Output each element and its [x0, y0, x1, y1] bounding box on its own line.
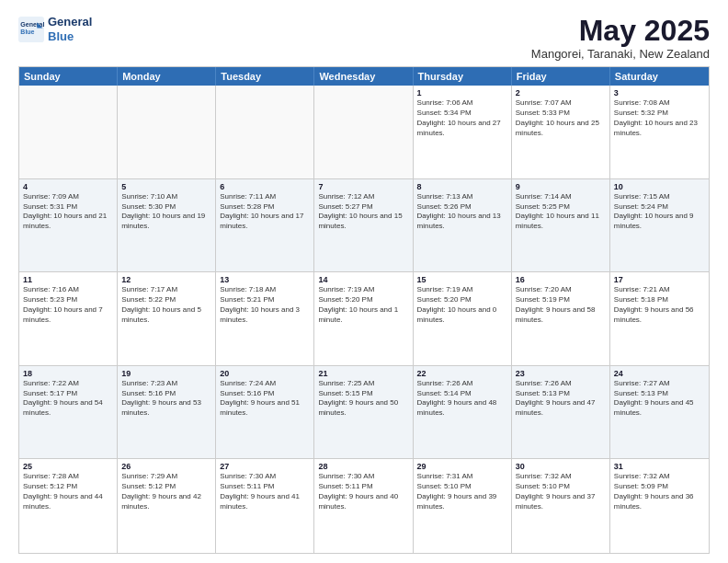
- day-number: 13: [220, 275, 310, 284]
- day-number: 18: [23, 369, 113, 378]
- cell-info: Sunrise: 7:31 AMSunset: 5:10 PMDaylight:…: [417, 472, 507, 511]
- day-number: 20: [220, 369, 310, 378]
- svg-text:Blue: Blue: [20, 29, 34, 35]
- cell-info: Sunrise: 7:15 AMSunset: 5:24 PMDaylight:…: [614, 192, 705, 232]
- header-day-friday: Friday: [512, 67, 610, 86]
- day-cell-19: 19Sunrise: 7:23 AMSunset: 5:16 PMDayligh…: [118, 366, 216, 459]
- day-number: 29: [417, 462, 507, 471]
- cell-info: Sunrise: 7:25 AMSunset: 5:15 PMDaylight:…: [318, 379, 408, 419]
- day-cell-31: 31Sunrise: 7:32 AMSunset: 5:09 PMDayligh…: [610, 459, 709, 553]
- day-number: 1: [417, 88, 507, 98]
- cell-info: Sunrise: 7:30 AMSunset: 5:11 PMDaylight:…: [318, 472, 408, 511]
- day-number: 17: [614, 275, 705, 284]
- page: General Blue General Blue May 2025 Mango…: [0, 0, 728, 563]
- day-cell-15: 15Sunrise: 7:19 AMSunset: 5:20 PMDayligh…: [414, 272, 512, 365]
- day-number: 8: [417, 182, 507, 191]
- cell-info: Sunrise: 7:27 AMSunset: 5:13 PMDaylight:…: [614, 379, 705, 419]
- cell-info: Sunrise: 7:18 AMSunset: 5:21 PMDaylight:…: [220, 285, 310, 325]
- day-number: 27: [220, 462, 310, 471]
- day-number: 26: [121, 462, 211, 471]
- day-number: 7: [318, 182, 408, 191]
- day-cell-7: 7Sunrise: 7:12 AMSunset: 5:27 PMDaylight…: [314, 179, 413, 272]
- cell-info: Sunrise: 7:06 AMSunset: 5:34 PMDaylight:…: [417, 98, 507, 138]
- day-number: 11: [23, 275, 113, 284]
- day-cell-22: 22Sunrise: 7:26 AMSunset: 5:14 PMDayligh…: [414, 366, 512, 459]
- cell-info: Sunrise: 7:26 AMSunset: 5:14 PMDaylight:…: [417, 379, 507, 419]
- cell-info: Sunrise: 7:30 AMSunset: 5:11 PMDaylight:…: [220, 472, 310, 511]
- day-cell-5: 5Sunrise: 7:10 AMSunset: 5:30 PMDaylight…: [118, 179, 216, 272]
- day-cell-27: 27Sunrise: 7:30 AMSunset: 5:11 PMDayligh…: [216, 459, 314, 553]
- day-cell-10: 10Sunrise: 7:15 AMSunset: 5:24 PMDayligh…: [610, 179, 709, 272]
- day-cell-14: 14Sunrise: 7:19 AMSunset: 5:20 PMDayligh…: [314, 272, 413, 365]
- header-day-wednesday: Wednesday: [314, 67, 413, 86]
- cell-info: Sunrise: 7:07 AMSunset: 5:33 PMDaylight:…: [516, 98, 606, 138]
- cell-info: Sunrise: 7:14 AMSunset: 5:25 PMDaylight:…: [516, 192, 606, 232]
- week-row-5: 25Sunrise: 7:28 AMSunset: 5:12 PMDayligh…: [19, 459, 709, 553]
- day-number: 12: [121, 275, 211, 284]
- week-row-1: 1Sunrise: 7:06 AMSunset: 5:34 PMDaylight…: [19, 86, 709, 179]
- calendar: SundayMondayTuesdayWednesdayThursdayFrid…: [18, 66, 710, 554]
- day-number: 30: [516, 462, 606, 471]
- week-row-4: 18Sunrise: 7:22 AMSunset: 5:17 PMDayligh…: [19, 366, 709, 460]
- day-cell-9: 9Sunrise: 7:14 AMSunset: 5:25 PMDaylight…: [512, 179, 610, 272]
- cell-info: Sunrise: 7:13 AMSunset: 5:26 PMDaylight:…: [417, 192, 507, 232]
- day-cell-6: 6Sunrise: 7:11 AMSunset: 5:28 PMDaylight…: [216, 179, 314, 272]
- cell-info: Sunrise: 7:32 AMSunset: 5:10 PMDaylight:…: [516, 472, 606, 511]
- day-number: 31: [614, 462, 705, 471]
- cell-info: Sunrise: 7:21 AMSunset: 5:18 PMDaylight:…: [614, 285, 705, 325]
- header: General Blue General Blue May 2025 Mango…: [18, 15, 710, 61]
- day-cell-11: 11Sunrise: 7:16 AMSunset: 5:23 PMDayligh…: [19, 272, 118, 365]
- month-title: May 2025: [531, 15, 710, 47]
- empty-cell-0-2: [216, 86, 314, 178]
- calendar-body: 1Sunrise: 7:06 AMSunset: 5:34 PMDaylight…: [19, 86, 709, 553]
- day-number: 14: [318, 275, 408, 284]
- day-cell-17: 17Sunrise: 7:21 AMSunset: 5:18 PMDayligh…: [610, 272, 709, 365]
- location: Mangorei, Taranaki, New Zealand: [531, 47, 710, 61]
- day-number: 10: [614, 182, 705, 191]
- day-cell-16: 16Sunrise: 7:20 AMSunset: 5:19 PMDayligh…: [512, 272, 610, 365]
- cell-info: Sunrise: 7:23 AMSunset: 5:16 PMDaylight:…: [121, 379, 211, 419]
- day-number: 16: [516, 275, 606, 284]
- header-day-tuesday: Tuesday: [216, 67, 314, 86]
- header-day-sunday: Sunday: [19, 67, 118, 86]
- header-day-saturday: Saturday: [610, 67, 709, 86]
- cell-info: Sunrise: 7:12 AMSunset: 5:27 PMDaylight:…: [318, 192, 408, 232]
- calendar-header: SundayMondayTuesdayWednesdayThursdayFrid…: [19, 67, 709, 86]
- day-number: 5: [121, 182, 211, 191]
- day-cell-1: 1Sunrise: 7:06 AMSunset: 5:34 PMDaylight…: [414, 86, 512, 178]
- cell-info: Sunrise: 7:11 AMSunset: 5:28 PMDaylight:…: [220, 192, 310, 232]
- day-cell-8: 8Sunrise: 7:13 AMSunset: 5:26 PMDaylight…: [414, 179, 512, 272]
- day-number: 24: [614, 369, 705, 378]
- day-cell-2: 2Sunrise: 7:07 AMSunset: 5:33 PMDaylight…: [512, 86, 610, 178]
- cell-info: Sunrise: 7:32 AMSunset: 5:09 PMDaylight:…: [614, 472, 705, 511]
- logo: General Blue General Blue: [18, 15, 92, 43]
- cell-info: Sunrise: 7:26 AMSunset: 5:13 PMDaylight:…: [516, 379, 606, 419]
- week-row-3: 11Sunrise: 7:16 AMSunset: 5:23 PMDayligh…: [19, 272, 709, 366]
- day-cell-21: 21Sunrise: 7:25 AMSunset: 5:15 PMDayligh…: [314, 366, 413, 459]
- cell-info: Sunrise: 7:29 AMSunset: 5:12 PMDaylight:…: [121, 472, 211, 511]
- week-row-2: 4Sunrise: 7:09 AMSunset: 5:31 PMDaylight…: [19, 179, 709, 273]
- day-number: 2: [516, 88, 606, 98]
- day-cell-13: 13Sunrise: 7:18 AMSunset: 5:21 PMDayligh…: [216, 272, 314, 365]
- day-cell-4: 4Sunrise: 7:09 AMSunset: 5:31 PMDaylight…: [19, 179, 118, 272]
- day-number: 6: [220, 182, 310, 191]
- day-number: 9: [516, 182, 606, 191]
- day-cell-24: 24Sunrise: 7:27 AMSunset: 5:13 PMDayligh…: [610, 366, 709, 459]
- cell-info: Sunrise: 7:10 AMSunset: 5:30 PMDaylight:…: [121, 192, 211, 232]
- day-cell-25: 25Sunrise: 7:28 AMSunset: 5:12 PMDayligh…: [19, 459, 118, 553]
- cell-info: Sunrise: 7:16 AMSunset: 5:23 PMDaylight:…: [23, 285, 113, 325]
- cell-info: Sunrise: 7:22 AMSunset: 5:17 PMDaylight:…: [23, 379, 113, 419]
- cell-info: Sunrise: 7:24 AMSunset: 5:16 PMDaylight:…: [220, 379, 310, 419]
- day-cell-23: 23Sunrise: 7:26 AMSunset: 5:13 PMDayligh…: [512, 366, 610, 459]
- empty-cell-0-0: [19, 86, 118, 178]
- logo-text: General Blue: [48, 15, 92, 43]
- cell-info: Sunrise: 7:09 AMSunset: 5:31 PMDaylight:…: [23, 192, 113, 232]
- day-cell-28: 28Sunrise: 7:30 AMSunset: 5:11 PMDayligh…: [314, 459, 413, 553]
- cell-info: Sunrise: 7:17 AMSunset: 5:22 PMDaylight:…: [121, 285, 211, 325]
- logo-icon: General Blue: [18, 17, 44, 42]
- cell-info: Sunrise: 7:08 AMSunset: 5:32 PMDaylight:…: [614, 98, 705, 138]
- day-cell-3: 3Sunrise: 7:08 AMSunset: 5:32 PMDaylight…: [610, 86, 709, 178]
- day-cell-29: 29Sunrise: 7:31 AMSunset: 5:10 PMDayligh…: [414, 459, 512, 553]
- day-number: 19: [121, 369, 211, 378]
- cell-info: Sunrise: 7:19 AMSunset: 5:20 PMDaylight:…: [318, 285, 408, 325]
